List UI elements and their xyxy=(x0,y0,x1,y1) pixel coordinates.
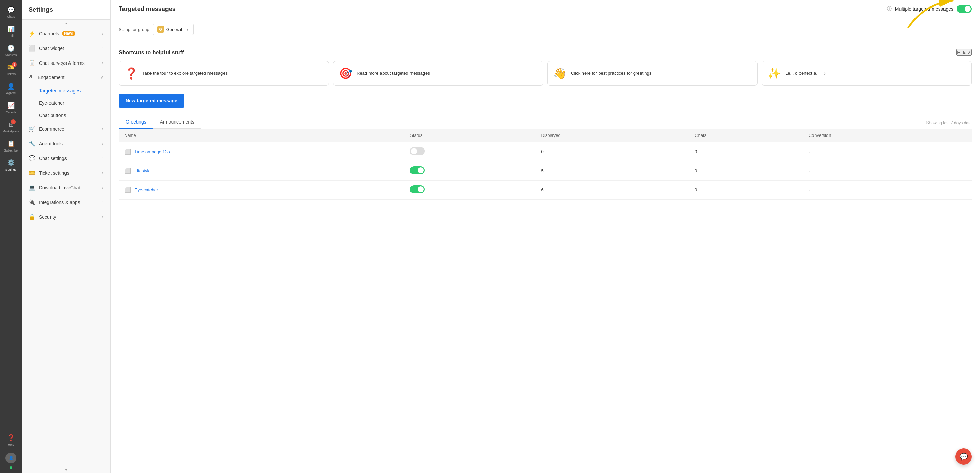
multiple-targeted-toggle[interactable] xyxy=(957,5,972,13)
col-displayed: Displayed xyxy=(536,129,689,142)
ecommerce-arrow-icon: › xyxy=(102,127,103,131)
float-chat-button[interactable]: 💬 xyxy=(955,448,972,465)
nav-item-help[interactable]: ❓ Help xyxy=(0,431,22,450)
download-icon: 💻 xyxy=(29,184,35,191)
settings-icon: ⚙️ xyxy=(7,159,15,167)
scroll-up-arrow[interactable]: ▲ xyxy=(22,20,110,26)
sidebar-item-integrations[interactable]: 🔌 Integrations & apps › xyxy=(22,195,110,210)
shortcut-tour[interactable]: ❓ Take the tour to explore targeted mess… xyxy=(119,61,329,86)
integrations-icon: 🔌 xyxy=(29,199,35,205)
sidebar-item-channels[interactable]: ⚡ Channels NEW! › xyxy=(22,26,110,41)
sidebar-item-chat-settings[interactable]: 💬 Chat settings › xyxy=(22,151,110,166)
table-row: ⬜ Time on page 13s 0 0 - xyxy=(119,142,972,161)
group-selector-label: Setup for group xyxy=(119,27,150,32)
new-targeted-message-button[interactable]: New targeted message xyxy=(119,94,184,107)
scroll-down-arrow[interactable]: ▼ xyxy=(22,467,110,473)
chat-surveys-arrow-icon: › xyxy=(102,61,103,65)
cell-status-1 xyxy=(404,161,535,180)
next-arrow-icon: › xyxy=(824,70,826,77)
sidebar-item-chat-surveys[interactable]: 📋 Chat surveys & forms › xyxy=(22,56,110,70)
chats-icon: 💬 xyxy=(7,6,15,14)
sidebar-item-targeted-messages[interactable]: Targeted messages xyxy=(22,84,110,97)
sidebar: Settings ▲ ⚡ Channels NEW! › ⬜ Chat widg… xyxy=(22,0,111,473)
sidebar-item-chat-buttons[interactable]: Chat buttons xyxy=(22,109,110,121)
shortcut-read-more[interactable]: 🎯 Read more about targeted messages xyxy=(333,61,543,86)
nav-item-chats[interactable]: 💬 Chats xyxy=(0,3,22,22)
chat-widget-icon: ⬜ xyxy=(29,45,35,51)
sidebar-item-ecommerce[interactable]: 🛒 Ecommerce › xyxy=(22,121,110,136)
scrollable-content: Shortcuts to helpful stuff Hide ∧ ❓ Take… xyxy=(111,41,980,473)
channels-icon: ⚡ xyxy=(29,30,35,37)
shortcut-best-practices[interactable]: 👋 Click here for best practices for gree… xyxy=(547,61,757,86)
hide-button[interactable]: Hide ∧ xyxy=(956,49,972,56)
row-toggle-0[interactable] xyxy=(410,147,425,155)
group-selector: Setup for group G General ▼ xyxy=(119,24,972,35)
nav-item-settings[interactable]: ⚙️ Settings xyxy=(0,156,22,175)
shortcut-learn[interactable]: ✨ Le... o perfect a... › xyxy=(762,61,972,86)
col-status: Status xyxy=(404,129,535,142)
channels-arrow-icon: › xyxy=(102,32,103,36)
message-link-2[interactable]: Eye-catcher xyxy=(134,187,158,193)
cell-displayed-1: 5 xyxy=(536,161,689,180)
message-link-1[interactable]: Lifestyle xyxy=(134,168,151,174)
nav-item-traffic[interactable]: 📊 Traffic xyxy=(0,22,22,41)
float-chat-icon: 💬 xyxy=(959,452,968,461)
info-icon[interactable]: ⓘ xyxy=(887,6,892,12)
nav-item-tickets[interactable]: 🎫 1 Tickets xyxy=(0,60,22,79)
sidebar-item-engagement[interactable]: 👁 Engagement ∨ xyxy=(22,70,110,84)
tickets-icon: 🎫 1 xyxy=(7,64,15,71)
nav-item-agents[interactable]: 👤 Agents xyxy=(0,79,22,98)
agent-tools-icon: 🔧 xyxy=(29,140,35,147)
message-icon-1: ⬜ xyxy=(124,167,131,174)
sidebar-item-eye-catcher[interactable]: Eye-catcher xyxy=(22,97,110,109)
chevron-up-icon: ∧ xyxy=(968,50,971,55)
row-toggle-2[interactable] xyxy=(410,185,425,193)
chat-settings-arrow-icon: › xyxy=(102,156,103,161)
sidebar-item-download[interactable]: 💻 Download LiveChat › xyxy=(22,180,110,195)
toggle-label: Multiple targeted messages xyxy=(895,6,953,11)
group-name: General xyxy=(166,27,184,32)
cell-name-0: ⬜ Time on page 13s xyxy=(119,142,404,161)
nav-item-reports[interactable]: 📈 Reports xyxy=(0,98,22,118)
shortcut-read-more-text: Read more about targeted messages xyxy=(356,70,430,76)
tab-announcements[interactable]: Announcements xyxy=(153,116,201,129)
cell-status-2 xyxy=(404,180,535,200)
shortcuts-title: Shortcuts to helpful stuff xyxy=(119,49,184,56)
message-icon-0: ⬜ xyxy=(124,148,131,155)
agents-icon: 👤 xyxy=(7,83,15,90)
user-avatar[interactable]: 👤 xyxy=(5,452,16,463)
row-toggle-1[interactable] xyxy=(410,166,425,174)
group-avatar: G xyxy=(157,26,164,33)
table-row: ⬜ Eye-catcher 6 0 - xyxy=(119,180,972,200)
tab-greetings[interactable]: Greetings xyxy=(119,116,153,129)
sidebar-item-ticket-settings[interactable]: 🎫 Ticket settings › xyxy=(22,166,110,180)
cell-status-0 xyxy=(404,142,535,161)
download-arrow-icon: › xyxy=(102,185,103,190)
chat-surveys-icon: 📋 xyxy=(29,60,35,66)
chat-widget-arrow-icon: › xyxy=(102,46,103,51)
cell-conversion-0: - xyxy=(803,142,972,161)
sidebar-title: Settings xyxy=(22,0,110,20)
ecommerce-icon: 🛒 xyxy=(29,126,35,132)
online-indicator xyxy=(10,466,12,469)
showing-label: Showing last 7 days data xyxy=(926,121,972,129)
nav-item-subscribe[interactable]: 📋 Subscribe xyxy=(0,137,22,156)
message-link-0[interactable]: Time on page 13s xyxy=(134,149,170,154)
tickets-badge: 1 xyxy=(12,62,17,67)
shortcut-tour-text: Take the tour to explore targeted messag… xyxy=(142,70,228,76)
ticket-settings-icon: 🎫 xyxy=(29,170,35,176)
page-title: Targeted messages xyxy=(119,5,176,13)
sidebar-item-chat-widget[interactable]: ⬜ Chat widget › xyxy=(22,41,110,56)
help-icon: ❓ xyxy=(7,434,15,441)
shortcuts-grid: ❓ Take the tour to explore targeted mess… xyxy=(119,61,972,86)
group-dropdown[interactable]: G General ▼ xyxy=(153,24,194,35)
engagement-icon: 👁 xyxy=(29,75,34,81)
security-arrow-icon: › xyxy=(102,215,103,220)
sidebar-item-agent-tools[interactable]: 🔧 Agent tools › xyxy=(22,136,110,151)
traffic-icon: 📊 xyxy=(7,25,15,33)
nav-item-archives[interactable]: 🕐 Archives xyxy=(0,41,22,60)
nav-item-marketplace[interactable]: ⊞ 1 Marketplace xyxy=(0,118,22,137)
top-bar: Targeted messages ⓘ Multiple targeted me… xyxy=(111,0,980,18)
shortcuts-header: Shortcuts to helpful stuff Hide ∧ xyxy=(119,49,972,56)
sidebar-item-security[interactable]: 🔒 Security › xyxy=(22,210,110,224)
